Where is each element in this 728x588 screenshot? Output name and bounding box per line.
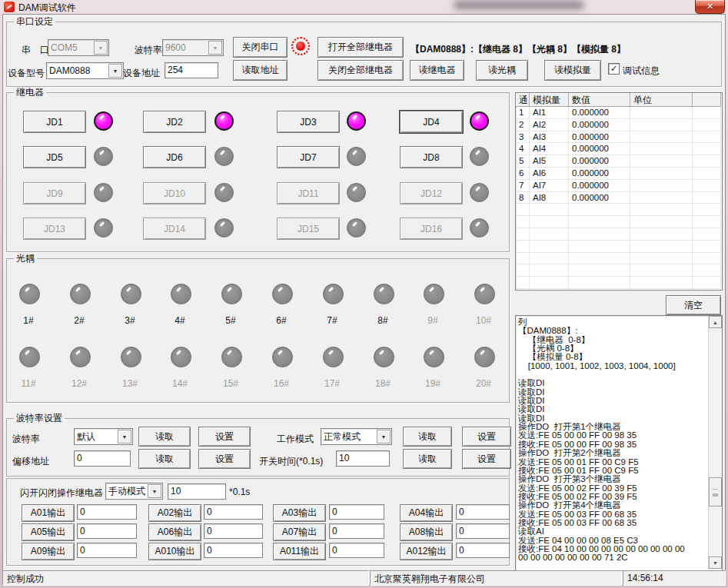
device-addr-input[interactable]: 254 xyxy=(165,62,218,78)
relay-button-jd12[interactable]: JD12 xyxy=(400,182,463,204)
switch-time-set-button[interactable]: 设置 xyxy=(462,449,511,469)
ao-input-A02[interactable]: 0 xyxy=(204,504,263,520)
close-button[interactable]: ✕ xyxy=(695,0,725,14)
relay-button-jd6[interactable]: JD6 xyxy=(143,146,206,168)
analog-col-header[interactable]: 通 xyxy=(516,93,530,107)
ao-input-A03[interactable]: 0 xyxy=(329,504,384,520)
ao-button-A05[interactable]: A05输出 xyxy=(22,523,75,541)
switch-time-read-button[interactable]: 读取 xyxy=(403,449,452,469)
analog-row-empty[interactable] xyxy=(516,264,722,277)
baud-read-button[interactable]: 读取 xyxy=(138,427,191,447)
scroll-up-icon[interactable]: ▲ xyxy=(709,316,722,328)
ao-input-A09[interactable]: 0 xyxy=(77,543,137,558)
relay-button-jd15[interactable]: JD15 xyxy=(277,218,340,240)
analog-col-header[interactable]: 单位 xyxy=(630,93,693,107)
chevron-down-icon[interactable]: ▼ xyxy=(208,41,222,55)
flash-mode-combo[interactable]: 手动模式 ▼ xyxy=(105,483,163,500)
debug-info-checkbox[interactable]: ✓ xyxy=(608,63,620,75)
ao-button-A04[interactable]: A04输出 xyxy=(400,504,453,522)
ao-input-A08[interactable]: 0 xyxy=(456,523,510,539)
ao-button-A01[interactable]: A01输出 xyxy=(22,504,75,522)
relay-button-jd2[interactable]: JD2 xyxy=(143,111,206,133)
analog-row-empty[interactable] xyxy=(516,241,722,253)
relay-button-jd7[interactable]: JD7 xyxy=(277,146,340,168)
ao-input-A07[interactable]: 0 xyxy=(329,523,384,539)
relay-button-jd10[interactable]: JD10 xyxy=(143,182,206,204)
close-port-button[interactable]: 关闭串口 xyxy=(233,37,288,58)
chevron-down-icon[interactable]: ▼ xyxy=(118,430,131,443)
relay-button-jd13[interactable]: JD13 xyxy=(23,218,86,240)
ao-input-A012[interactable]: 0 xyxy=(456,543,510,558)
analog-row-ai7[interactable]: 7AI70.000000 xyxy=(516,180,722,192)
scrollbar-thumb[interactable] xyxy=(709,477,722,507)
chevron-down-icon[interactable]: ▼ xyxy=(148,484,161,498)
analog-row-empty[interactable] xyxy=(516,277,722,289)
flash-time-input[interactable]: 10 xyxy=(168,483,226,500)
ao-button-A02[interactable]: A02输出 xyxy=(148,504,201,522)
read-relay-button[interactable]: 读继电器 xyxy=(410,60,464,81)
analog-row-ai2[interactable]: 2AI20.000000 xyxy=(516,119,722,131)
baud-combo[interactable]: 9600 ▼ xyxy=(162,39,224,56)
read-analog-button[interactable]: 读模拟量 xyxy=(544,60,601,81)
ao-input-A04[interactable]: 0 xyxy=(456,504,510,520)
analog-row-ai4[interactable]: 4AI40.000000 xyxy=(516,143,722,155)
analog-col-header[interactable] xyxy=(693,93,721,107)
analog-row-ai6[interactable]: 6AI60.000000 xyxy=(516,168,722,180)
ao-button-A06[interactable]: A06输出 xyxy=(148,523,201,541)
relay-button-jd1[interactable]: JD1 xyxy=(23,111,86,133)
baud-set-combo[interactable]: 默认 ▼ xyxy=(74,428,133,445)
ao-input-A010[interactable]: 0 xyxy=(204,543,263,558)
open-all-relays-button[interactable]: 打开全部继电器 xyxy=(317,37,404,58)
switch-time-input[interactable]: 10 xyxy=(336,450,390,467)
chevron-down-icon[interactable]: ▼ xyxy=(94,41,108,55)
chevron-down-icon[interactable]: ▼ xyxy=(108,64,122,78)
analog-row-ai5[interactable]: 5AI50.000000 xyxy=(516,155,722,168)
work-mode-set-button[interactable]: 设置 xyxy=(462,427,511,447)
read-opto-button[interactable]: 读光耦 xyxy=(476,60,528,81)
relay-button-jd9[interactable]: JD9 xyxy=(23,182,86,204)
relay-button-jd5[interactable]: JD5 xyxy=(23,146,86,168)
ao-input-A01[interactable]: 0 xyxy=(77,504,137,520)
chevron-down-icon[interactable]: ▼ xyxy=(377,430,391,443)
log-scrollbar[interactable]: ▲ ▼ xyxy=(708,316,722,569)
analog-row-empty[interactable] xyxy=(516,253,722,265)
ao-button-A010[interactable]: A010输出 xyxy=(148,543,201,560)
offset-addr-input[interactable]: 0 xyxy=(74,450,131,467)
port-combo[interactable]: COM5 ▼ xyxy=(48,39,109,56)
ao-input-A05[interactable]: 0 xyxy=(77,523,137,539)
ao-input-A011[interactable]: 0 xyxy=(329,543,384,558)
analog-row-ai8[interactable]: 8AI80.000000 xyxy=(516,192,722,204)
analog-col-header[interactable]: 模拟量 xyxy=(530,93,569,107)
model-combo[interactable]: DAM0888 ▼ xyxy=(46,62,124,79)
relay-button-jd16[interactable]: JD16 xyxy=(400,218,463,240)
ao-button-A011[interactable]: A011输出 xyxy=(273,543,326,560)
ao-button-A09[interactable]: A09输出 xyxy=(22,543,75,560)
ao-input-A06[interactable]: 0 xyxy=(204,523,263,539)
ao-button-A08[interactable]: A08输出 xyxy=(400,523,453,541)
analog-row-ai3[interactable]: 3AI30.000000 xyxy=(516,131,722,144)
relay-button-jd14[interactable]: JD14 xyxy=(143,218,206,240)
ao-button-A07[interactable]: A07输出 xyxy=(273,523,326,541)
analog-row-empty[interactable] xyxy=(516,228,722,241)
relay-button-jd8[interactable]: JD8 xyxy=(400,146,463,168)
analog-row-empty[interactable] xyxy=(516,289,722,291)
read-addr-button[interactable]: 读取地址 xyxy=(233,60,288,81)
analog-row-empty[interactable] xyxy=(516,204,722,216)
ao-button-A03[interactable]: A03输出 xyxy=(273,504,326,522)
work-mode-read-button[interactable]: 读取 xyxy=(403,427,452,447)
analog-col-header[interactable]: 数值 xyxy=(569,93,630,107)
baud-set-button[interactable]: 设置 xyxy=(198,427,251,447)
work-mode-combo[interactable]: 正常模式 ▼ xyxy=(321,428,392,445)
analog-row-empty[interactable] xyxy=(516,216,722,228)
clear-button[interactable]: 清空 xyxy=(666,295,721,315)
offset-set-button[interactable]: 设置 xyxy=(198,449,251,469)
ao-button-A012[interactable]: A012输出 xyxy=(400,543,453,560)
scroll-down-icon[interactable]: ▼ xyxy=(709,556,722,569)
relay-button-jd11[interactable]: JD11 xyxy=(277,182,340,204)
relay-button-jd3[interactable]: JD3 xyxy=(277,111,340,133)
offset-read-button[interactable]: 读取 xyxy=(138,449,191,469)
analog-row-ai1[interactable]: 1AI10.000000 xyxy=(516,107,722,119)
log-panel[interactable]: 列【DAM0888】: 【继电器 0-8】 【光耦 0-8】 【模拟量 0-8】… xyxy=(515,315,723,571)
close-all-relays-button[interactable]: 关闭全部继电器 xyxy=(317,60,404,81)
relay-button-jd4[interactable]: JD4 xyxy=(400,111,463,133)
